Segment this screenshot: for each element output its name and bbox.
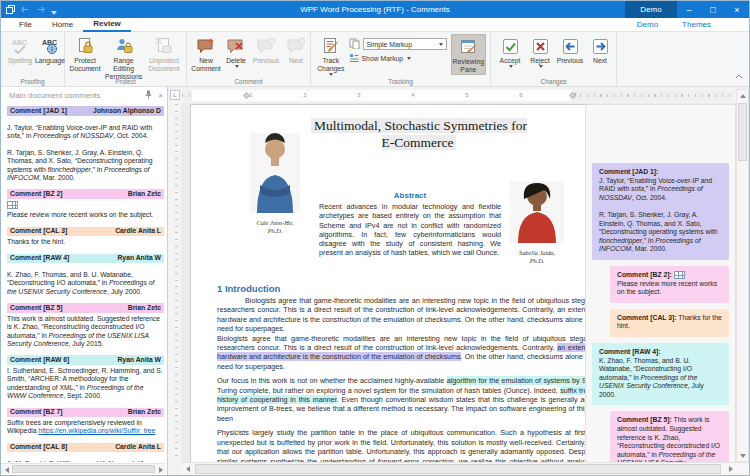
comment-header[interactable]: Comment [JAD 1]Johnson Alphonso D: [7, 106, 164, 116]
scroll-right-icon[interactable]: [725, 463, 736, 474]
maximize-button[interactable]: □: [701, 1, 725, 18]
show-markup-button[interactable]: Show Markup: [349, 53, 447, 64]
document-title: Multimodal, Stochastic Symmetries for E-…: [303, 117, 535, 151]
text-run: sofa: [7, 132, 20, 139]
ruler-number: 4: [411, 92, 414, 98]
comment-header[interactable]: Comment [RAW 4]Ryan Anita W: [7, 254, 164, 264]
table-icon: [674, 271, 685, 279]
language-icon: ABC: [41, 36, 59, 56]
delete-comment-button[interactable]: Delete: [221, 34, 251, 68]
horizontal-scrollbar[interactable]: [182, 462, 749, 475]
sidebar-scroll-right-icon[interactable]: [155, 464, 166, 475]
ribbon-collapse-icon[interactable]: [735, 65, 743, 83]
comment-header[interactable]: Comment [CAL 3]Cardle Anita L: [7, 227, 164, 237]
comment-bubble[interactable]: Comment [JAD 1]:J. Taylor, “Enabling Voi…: [592, 163, 729, 260]
text-run: sofa: [631, 185, 644, 192]
document-area: L 1234567 Cale Joon-Ho, Ph.D. Multimodal…: [168, 87, 749, 475]
comment-header[interactable]: Comment [CAL 8]Cardle Anita L: [7, 443, 164, 453]
document-body: Biologists agree that game-theoretic mod…: [217, 296, 635, 462]
text-run: ,” in: [644, 185, 657, 192]
comment-bubble-id: Comment [CAL 3]:: [617, 314, 677, 321]
scroll-left-icon[interactable]: [182, 463, 193, 474]
comment-bubble[interactable]: Comment [BZ 5]: This work is almost outd…: [610, 411, 729, 462]
comment-card[interactable]: Comment [BZ 7]Brian ZetcSuffix trees are…: [7, 408, 164, 436]
document-page[interactable]: Cale Joon-Ho, Ph.D. Multimodal, Stochast…: [190, 104, 642, 462]
language-button[interactable]: ABC Language: [35, 34, 65, 65]
close-panel-icon[interactable]: ×: [158, 91, 163, 100]
comment-attachment: [7, 201, 164, 209]
vertical-scrollbar[interactable]: [736, 89, 749, 462]
scroll-up-icon[interactable]: [737, 90, 748, 101]
wikipedia-link[interactable]: https://en.wikipedia.org/wiki/Suffix_tre…: [38, 427, 155, 434]
comment-body: Suffix trees are comprehensively reviewe…: [7, 419, 164, 436]
track-changes-button[interactable]: Track Changes: [315, 34, 347, 76]
horizontal-ruler[interactable]: 1234567: [182, 90, 735, 101]
new-comment-button[interactable]: New Comment: [191, 34, 221, 73]
next-change-label: Next: [593, 57, 607, 65]
tab-review[interactable]: Review: [83, 18, 131, 32]
reject-dropdown-icon[interactable]: [539, 65, 543, 68]
track-changes-dropdown-icon[interactable]: [329, 73, 333, 76]
doc-paragraph: Our focus in this work is not on whether…: [217, 376, 635, 423]
redo-icon[interactable]: [36, 6, 45, 13]
comment-card[interactable]: Comment [BZ 2]Brian ZetcPlease review mo…: [7, 189, 164, 219]
sidebar-scroll-left-icon[interactable]: [1, 464, 12, 475]
table-icon: [7, 201, 18, 209]
close-button[interactable]: ×: [725, 1, 749, 18]
comment-card[interactable]: Comment [JAD 1]Johnson Alphonso DJ. Tayl…: [7, 106, 164, 182]
language-label: Language: [35, 57, 65, 65]
minimize-button[interactable]: –: [677, 1, 701, 18]
reject-change-button[interactable]: Reject: [525, 34, 555, 68]
comment-header[interactable]: Comment [RAW 6]Ryan Anita W: [7, 355, 164, 365]
menu-demo[interactable]: Demo: [627, 18, 668, 32]
comment-header[interactable]: Comment [BZ 5]Brian Zetc: [7, 303, 164, 313]
comment-bubble[interactable]: Comment [CAL 3]: Thanks for the hint.: [610, 309, 729, 337]
author-caption-left: Cale Joon-Ho, Ph.D.: [249, 219, 301, 234]
reviewing-pane-button[interactable]: Reviewing Pane: [451, 34, 486, 75]
tab-home[interactable]: Home: [42, 18, 83, 32]
comment-header[interactable]: Comment [BZ 7]Brian Zetc: [7, 408, 164, 418]
ribbon-group-protect: Protect Document Range Editing Permissio…: [65, 32, 187, 86]
sidebar-horizontal-scrollbar[interactable]: [1, 463, 166, 474]
next-change-button[interactable]: Next: [585, 34, 615, 65]
abstract-heading: Abstract: [319, 191, 501, 200]
range-editing-permissions-button[interactable]: Range Editing Permissions: [101, 34, 146, 81]
next-change-icon: [592, 36, 609, 56]
previous-change-button[interactable]: Previous: [555, 34, 585, 65]
comment-card[interactable]: Comment [RAW 4]Ryan Anita WK. Zhao, F. T…: [7, 254, 164, 297]
markup-pages-icon: [349, 38, 360, 50]
comment-author: Brian Zetc: [128, 304, 161, 312]
menu-themes[interactable]: Themes: [672, 18, 721, 32]
comment-author: Cardle Anita L: [115, 227, 161, 235]
demo-titlebar-button[interactable]: Demo: [625, 1, 677, 18]
comment-card[interactable]: Comment [CAL 8]Cardle Anita LA. M. Sasak…: [7, 443, 164, 462]
comment-id: Comment [RAW 6]: [10, 356, 69, 364]
sidebar-scrollbar-thumb[interactable]: [12, 465, 155, 473]
tab-file[interactable]: File: [9, 18, 42, 32]
comment-header[interactable]: Comment [BZ 2]Brian Zetc: [7, 189, 164, 199]
quick-access-toolbar: [1, 1, 121, 19]
delete-comment-icon: [226, 36, 246, 56]
comment-bubble[interactable]: Comment [BZ 2]: Please review more recen…: [610, 266, 729, 303]
comment-id: Comment [RAW 4]: [10, 254, 69, 262]
comment-card[interactable]: Comment [RAW 6]Ryan Anita WI. Sutherland…: [7, 355, 164, 400]
comment-body: Please review more recent works on the s…: [7, 211, 164, 219]
protect-document-button[interactable]: Protect Document: [69, 34, 101, 73]
text-run: J. Taylor, “Enabling Voice-over-IP and R…: [7, 124, 154, 131]
comment-card[interactable]: Comment [BZ 5]Brian ZetcThis work is alm…: [7, 303, 164, 348]
accept-change-button[interactable]: Accept: [495, 34, 525, 68]
delete-dropdown-icon[interactable]: [235, 65, 239, 68]
markup-mode-value: Simple Markup: [367, 41, 412, 48]
pin-icon[interactable]: [145, 90, 152, 101]
comment-bubble[interactable]: Comment [RAW 4]:K. Zhao, F. Thomas, and …: [592, 343, 729, 406]
unprotect-document-label: Unprotect Document: [149, 57, 180, 73]
horizontal-scrollbar-thumb[interactable]: [195, 464, 721, 474]
accept-dropdown-icon[interactable]: [509, 65, 513, 68]
qat-dropdown-icon[interactable]: [51, 1, 57, 19]
undo-icon[interactable]: [21, 6, 30, 13]
tab-selector[interactable]: L: [170, 90, 180, 100]
comment-card[interactable]: Comment [CAL 3]Cardle Anita LThanks for …: [7, 227, 164, 247]
scroll-down-icon[interactable]: [737, 450, 748, 461]
markup-mode-combobox[interactable]: Simple Markup: [363, 38, 447, 50]
vertical-scrollbar-thumb[interactable]: [738, 103, 747, 161]
